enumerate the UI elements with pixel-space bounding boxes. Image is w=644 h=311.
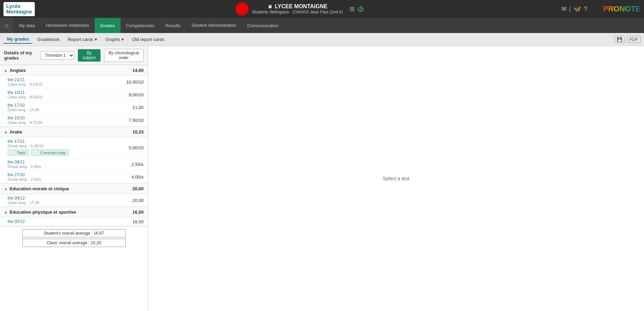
grade-anglais-3[interactable]: the 10/10 Class avrg. : 8,71/10 7,50/10	[0, 114, 148, 127]
butterfly-icon[interactable]: 🦋	[573, 5, 581, 13]
grade-avg: Class avrg. : 8,53/10	[8, 95, 144, 99]
nav-grades[interactable]: Grades	[95, 18, 121, 33]
grade-arabe-1[interactable]: the 08/11 Group avrg. : 2,95/s 2,50/s	[0, 158, 148, 171]
subject-anglais-name: Anglais	[10, 68, 133, 73]
power-icon[interactable]: ⏻	[357, 6, 364, 13]
class-overall-avg: Class' overall average : 15,20	[22, 239, 126, 247]
grade-date: the 17/10	[8, 103, 144, 108]
subject-anglais: ▲ Anglais 14,60 the 21/11 Class avrg. : …	[0, 65, 148, 127]
nav-homework[interactable]: Homework notebooks	[40, 18, 95, 33]
grade-avg: Class avrg. : 17,38	[8, 201, 144, 205]
grade-avg: Class avrg. : 8,71/10	[8, 120, 144, 125]
top-bar: Lycée Montaigne 🖥 LYCEE MONTAIGNE Studen…	[0, 0, 644, 18]
nav-my-data[interactable]: My data	[13, 18, 40, 33]
subject-emc-header[interactable]: ▲ Education morale et civique 20,00	[0, 183, 148, 194]
grade-score: 11,00	[132, 105, 144, 110]
grade-date: the 15/11	[8, 90, 144, 95]
select-test-placeholder: Select a test	[383, 176, 409, 181]
tab-old-report-cards[interactable]: Old report cards	[129, 35, 168, 43]
grade-eps-0[interactable]: the 05/12 16,50	[0, 217, 148, 226]
subject-eps: ▲ Education physique et sportive 16,50 t…	[0, 207, 148, 226]
sub-nav: My grades Gradebook Report cards ▾ Graph…	[0, 33, 644, 46]
grade-avg: Class avrg. : 9,53/10	[8, 82, 144, 86]
subject-eps-header[interactable]: ▲ Education physique et sportive 16,50	[0, 207, 148, 217]
top-right-actions: ✉ | 🦋 ? PRONOTE	[561, 4, 641, 13]
grade-score: 8,00/10	[129, 92, 144, 97]
grade-score: 7,50/10	[129, 118, 144, 123]
top-icons: ⊞ ⏻	[350, 5, 364, 13]
left-panel: Details of my grades Trimestre 1 By subj…	[0, 46, 148, 311]
grade-arabe-2[interactable]: the 27/10 Group avrg. : 2,92/s 4,00/s	[0, 171, 148, 183]
school-name: 🖥 LYCEE MONTAIGNE	[252, 3, 343, 10]
home-icon: ⌂	[5, 22, 9, 29]
top-center: 🖥 LYCEE MONTAIGNE Students Webspace - CH…	[38, 2, 561, 15]
grade-anglais-0[interactable]: the 21/11 Class avrg. : 9,53/10 10,00/10	[0, 76, 148, 88]
nav-communication[interactable]: Communication	[242, 18, 284, 33]
by-subject-button[interactable]: By subject	[78, 49, 100, 62]
student-overall-avg: Student's overall average : 16,67	[22, 229, 126, 237]
grade-avg: Group avrg. : 2,92/s	[8, 177, 144, 181]
nav-competencies[interactable]: Competencies	[121, 18, 160, 33]
grade-score: 10,00/10	[126, 79, 144, 85]
grade-score: 5,00/10	[129, 145, 144, 150]
subject-anglais-header[interactable]: ▲ Anglais 14,60	[0, 65, 148, 76]
report-cards-chevron: ▾	[95, 37, 97, 42]
subject-eps-name: Education physique et sportive	[10, 210, 133, 215]
grade-date: the 17/11	[8, 139, 144, 144]
grade-date: the 05/12	[8, 219, 144, 224]
send-icon[interactable]: ✉	[561, 5, 567, 13]
main-nav: ⌂ My data Homework notebooks Grades Comp…	[0, 18, 644, 33]
subject-emc-avg: 20,00	[132, 186, 144, 191]
collapse-icon-eps: ▲	[4, 210, 8, 214]
corrected-copy-button[interactable]: 📄 Corrected copy	[31, 149, 69, 156]
subject-anglais-avg: 14,60	[132, 68, 144, 73]
collapse-icon-anglais: ▲	[4, 68, 8, 72]
tab-graphs[interactable]: Graphs ▾	[102, 35, 127, 43]
grade-score: 4,00/s	[132, 174, 144, 180]
grade-anglais-1[interactable]: the 15/11 Class avrg. : 8,53/10 8,00/10	[0, 88, 148, 101]
by-chrono-button[interactable]: By chronological order	[104, 49, 144, 62]
tab-my-grades[interactable]: My grades	[3, 35, 32, 44]
school-info: 🖥 LYCEE MONTAIGNE Students Webspace - CH…	[252, 3, 343, 14]
subject-emc-name: Education morale et civique	[10, 186, 133, 191]
grade-score: 16,50	[132, 219, 144, 224]
nav-student-admin[interactable]: Student Administration	[186, 18, 242, 33]
trimestre-select[interactable]: Trimestre 1	[40, 51, 74, 60]
grade-score: 2,50/s	[132, 162, 144, 167]
logo[interactable]: Lycée Montaigne	[3, 2, 35, 16]
graphs-chevron: ▾	[122, 37, 124, 42]
grade-score: 20,00	[132, 198, 144, 203]
grade-avg: Group avrg. : 6,28/10	[8, 144, 144, 148]
collapse-icon-emc: ▲	[4, 187, 8, 191]
topic-button[interactable]: 📄 Topic	[8, 149, 29, 156]
grade-date: the 10/10	[8, 116, 144, 120]
student-info: Students Webspace - CHAAYA Jean Paul (2n…	[252, 10, 343, 14]
grade-avg: Group avrg. : 2,95/s	[8, 164, 144, 169]
grade-date: the 27/10	[8, 172, 144, 177]
content-area: Details of my grades Trimestre 1 By subj…	[0, 46, 644, 311]
grade-anglais-2[interactable]: the 17/10 Class avrg. : 14,38 11,00	[0, 101, 148, 114]
grade-date: the 09/12	[8, 196, 144, 201]
grade-emc-0[interactable]: the 09/12 Class avrg. : 17,38 20,00	[0, 194, 148, 207]
help-icon[interactable]: ?	[584, 6, 587, 13]
nav-results[interactable]: Results	[160, 18, 186, 33]
pronote-logo: PRONOTE	[603, 4, 641, 13]
tab-report-cards[interactable]: Report cards ▾	[64, 35, 101, 43]
subject-eps-avg: 16,50	[132, 210, 144, 215]
pdf-button[interactable]: PDF	[627, 36, 641, 43]
subject-arabe-name: Arabe	[10, 129, 133, 135]
grade-arabe-0[interactable]: the 17/11 Group avrg. : 6,28/10 5,00/10 …	[0, 137, 148, 158]
details-header: Details of my grades Trimestre 1 By subj…	[0, 46, 148, 65]
save-button[interactable]: 💾	[614, 36, 625, 43]
user-avatar	[236, 2, 249, 15]
collapse-icon-arabe: ▲	[4, 130, 8, 134]
grade-avg: Class avrg. : 14,38	[8, 108, 144, 112]
qr-icon[interactable]: ⊞	[350, 5, 355, 13]
subject-arabe-header[interactable]: ▲ Arabe 10,33	[0, 127, 148, 137]
grade-date: the 08/11	[8, 160, 144, 164]
subject-emc: ▲ Education morale et civique 20,00 the …	[0, 183, 148, 207]
grade-buttons: 📄 Topic 📄 Corrected copy	[8, 149, 144, 156]
averages-bar: Student's overall average : 16,67 Class'…	[0, 226, 148, 250]
nav-home[interactable]: ⌂	[0, 18, 13, 33]
tab-gradebook[interactable]: Gradebook	[34, 35, 63, 43]
